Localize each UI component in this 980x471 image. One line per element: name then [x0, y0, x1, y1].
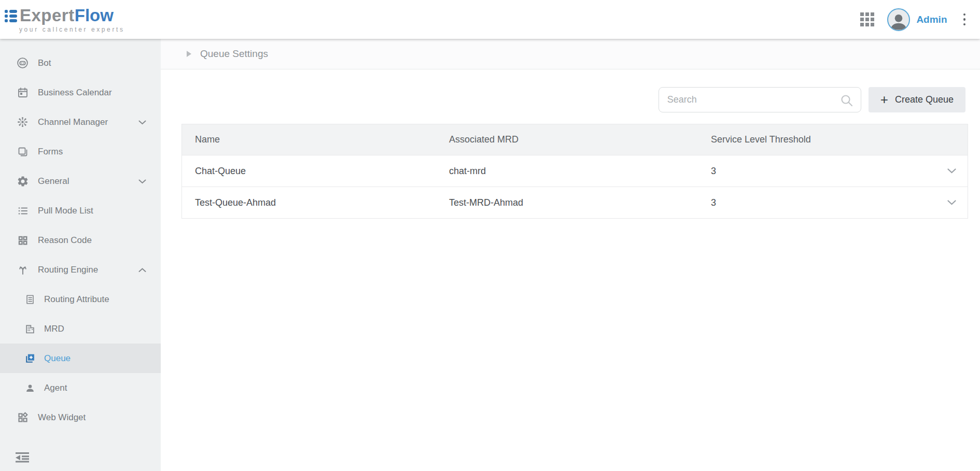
sidebar-item-label: Queue	[44, 353, 71, 364]
cell-threshold: 3	[711, 197, 935, 208]
row-expand-chevron-icon[interactable]	[947, 168, 956, 174]
breadcrumb: Queue Settings	[161, 39, 980, 69]
sidebar-item-web-widget[interactable]: Web Widget	[0, 403, 161, 432]
user-name-label[interactable]: Admin	[916, 14, 947, 25]
cell-associated-mrd: chat-mrd	[449, 166, 711, 177]
column-header-service-level-threshold: Service Level Threshold	[711, 134, 935, 145]
document-icon	[23, 294, 37, 305]
sidebar-item-label: Channel Manager	[38, 117, 108, 127]
sidebar-item-mrd[interactable]: MRD	[0, 314, 161, 344]
user-menu[interactable]: Admin	[887, 8, 947, 31]
sidebar-item-label: Pull Mode List	[38, 206, 93, 216]
person-silhouette-icon	[889, 11, 908, 30]
sidebar-item-routing-engine[interactable]: Routing Engine	[0, 255, 161, 284]
chevron-up-icon	[138, 265, 146, 275]
sidebar-item-agent[interactable]: Agent	[0, 373, 161, 403]
sidebar-item-bot[interactable]: Bot	[0, 48, 161, 78]
page-title: Queue Settings	[200, 48, 268, 60]
cell-threshold: 3	[711, 166, 935, 177]
queue-table: Name Associated MRD Service Level Thresh…	[181, 124, 968, 219]
table-row: Test-Queue-Ahmad Test-MRD-Ahmad 3	[182, 187, 968, 218]
column-header-associated-mrd: Associated MRD	[449, 134, 711, 145]
topbar: ExpertFlow your callcenter experts Admin	[0, 0, 980, 39]
sidebar-item-label: Forms	[38, 147, 63, 157]
avatar[interactable]	[887, 8, 910, 31]
bot-icon	[16, 56, 30, 69]
sidebar-item-general[interactable]: General	[0, 166, 161, 196]
sidebar-item-channel-manager[interactable]: Channel Manager	[0, 107, 161, 137]
grid-squares-icon	[16, 234, 30, 247]
sidebar-item-label: General	[38, 176, 69, 187]
search-icon	[840, 94, 853, 109]
create-queue-button[interactable]: + Create Queue	[869, 87, 965, 112]
sidebar-item-label: Routing Attribute	[44, 294, 109, 305]
logo-dots-icon	[5, 10, 17, 22]
sidebar-item-label: Agent	[44, 383, 67, 393]
column-header-name: Name	[195, 134, 449, 145]
apps-grid-icon[interactable]	[860, 12, 874, 26]
sidebar-item-label: Reason Code	[38, 235, 92, 246]
sidebar-collapse-button[interactable]	[15, 452, 30, 465]
calendar-icon	[16, 87, 30, 99]
logo-tagline: your callcenter experts	[19, 26, 125, 33]
table-header-row: Name Associated MRD Service Level Thresh…	[182, 124, 968, 155]
sidebar-item-label: Routing Engine	[38, 265, 98, 275]
forms-icon	[16, 146, 30, 158]
chevron-down-icon	[138, 176, 146, 187]
breadcrumb-caret-icon	[187, 51, 191, 57]
sidebar: Bot Business Calendar	[0, 39, 161, 471]
search-box	[659, 87, 861, 112]
widget-icon	[16, 411, 30, 424]
cell-associated-mrd: Test-MRD-Ahmad	[449, 197, 711, 208]
sidebar-item-label: Web Widget	[38, 412, 86, 423]
expertflow-logo[interactable]: ExpertFlow your callcenter experts	[5, 6, 125, 33]
sidebar-item-forms[interactable]: Forms	[0, 137, 161, 166]
sidebar-item-routing-attribute[interactable]: Routing Attribute	[0, 284, 161, 314]
agent-icon	[23, 382, 37, 394]
sidebar-item-queue[interactable]: Queue	[0, 344, 161, 373]
kebab-menu-icon[interactable]	[960, 11, 969, 28]
queue-add-icon	[23, 352, 37, 364]
collapse-menu-icon	[15, 452, 30, 463]
logo-text-expert: Expert	[20, 6, 75, 25]
route-split-icon	[16, 264, 30, 276]
sidebar-item-reason-code[interactable]: Reason Code	[0, 225, 161, 255]
toolbar: + Create Queue	[659, 87, 965, 112]
gear-icon	[16, 175, 30, 188]
building-icon	[23, 323, 37, 335]
sidebar-item-label: MRD	[44, 324, 64, 334]
main-content: Queue Settings + Create Queue Name Assoc…	[161, 39, 980, 471]
cell-queue-name: Chat-Queue	[195, 166, 449, 177]
table-row: Chat-Queue chat-mrd 3	[182, 155, 968, 187]
search-input[interactable]	[659, 88, 861, 112]
create-queue-button-label: Create Queue	[895, 94, 954, 105]
row-expand-chevron-icon[interactable]	[947, 200, 956, 205]
sidebar-item-pull-mode-list[interactable]: Pull Mode List	[0, 196, 161, 225]
logo-text-flow: Flow	[75, 6, 114, 25]
chevron-down-icon	[138, 117, 146, 127]
sidebar-item-label: Business Calendar	[38, 88, 112, 98]
sidebar-item-business-calendar[interactable]: Business Calendar	[0, 78, 161, 107]
plus-icon: +	[880, 93, 888, 106]
list-icon	[16, 205, 30, 217]
sidebar-item-label: Bot	[38, 58, 51, 68]
hub-icon	[16, 116, 30, 129]
cell-queue-name: Test-Queue-Ahmad	[195, 197, 449, 208]
